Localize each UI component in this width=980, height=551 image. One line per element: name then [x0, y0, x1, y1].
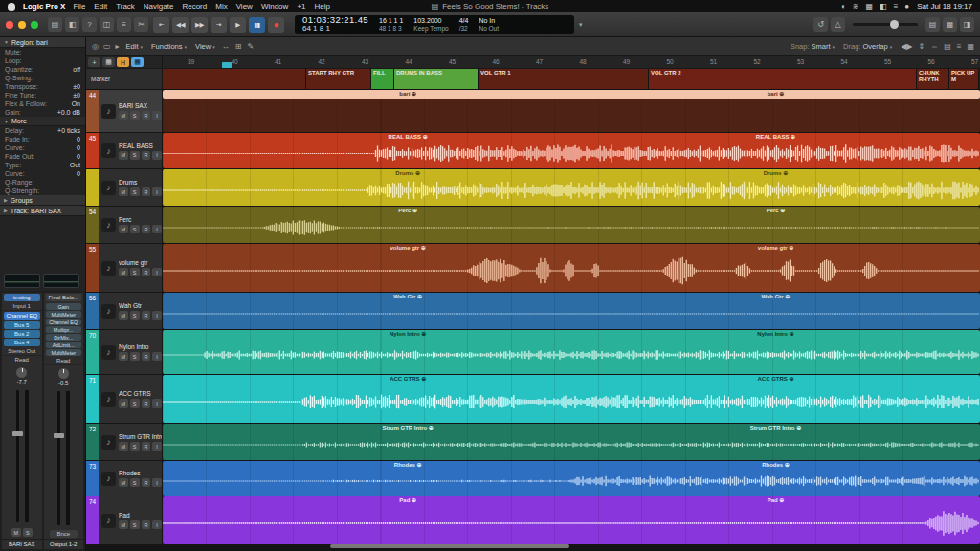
param-transpose[interactable]: Transpose:±0 — [0, 82, 85, 91]
plugin-slot[interactable]: Channel EQ — [46, 319, 82, 325]
marker-vol-gtr-2[interactable]: VOL GTR 2 — [649, 69, 917, 89]
param-delay[interactable]: Delay:+0 ticks — [0, 126, 85, 135]
input-slot[interactable]: Input 1 — [2, 302, 42, 311]
forward-button[interactable]: ▶▶ — [191, 17, 208, 33]
add-track-button[interactable]: + — [88, 57, 100, 67]
strip-mute-button[interactable]: M — [11, 528, 21, 537]
mute-button[interactable]: M — [119, 111, 128, 120]
solo-button[interactable]: S — [130, 311, 140, 320]
audio-region-perc[interactable]: Perc ⊕Perc ⊕ — [163, 207, 980, 243]
record-enable-button[interactable]: R — [142, 442, 151, 451]
audio-region-strum-gtr-intro[interactable]: Strum GTR Intro ⊕Strum GTR Intro ⊕ — [163, 424, 980, 460]
menu-edit[interactable]: Edit▾ — [126, 42, 143, 51]
marquee-icon[interactable]: ⊞ — [235, 42, 242, 51]
solo-button[interactable]: S — [130, 111, 140, 120]
menubar-clock[interactable]: Sat Jul 18 19:17 — [917, 2, 972, 11]
solo-button[interactable]: S — [130, 442, 140, 451]
status-icon[interactable]: ◧ — [880, 2, 887, 11]
param-fine-tune[interactable]: Fine Tune:±0 — [0, 91, 85, 99]
param-quantize[interactable]: Quantize:off — [0, 65, 85, 74]
solo-button[interactable]: S — [130, 187, 140, 196]
metronome-icon[interactable]: △ — [831, 17, 845, 32]
apple-loops-icon[interactable]: ▦ — [943, 17, 957, 32]
channel-setting-button[interactable]: testing — [4, 294, 40, 301]
horizontal-scrollbar[interactable] — [330, 544, 569, 548]
list-icon[interactable]: ≡ — [957, 42, 962, 51]
drag-menu[interactable]: Drag: Overlap ▾ — [843, 42, 892, 51]
plugin-slot[interactable]: MultiMeter — [46, 311, 82, 318]
lcd-locators[interactable]: 16 1 1 148 1 8 3 — [379, 16, 403, 33]
lcd-time[interactable]: 01:03:32:21.4564 1 8 1 — [302, 16, 368, 33]
plugin-slot[interactable]: AdLimit... — [46, 342, 82, 348]
lcd-display[interactable]: 01:03:32:21.4564 1 8 116 1 1 148 1 8 310… — [295, 15, 574, 34]
list-editors-icon[interactable]: ▤ — [925, 17, 940, 32]
menu-view[interactable]: View▾ — [195, 42, 215, 51]
fader-thumb[interactable] — [12, 431, 23, 436]
zoom-presets-icon[interactable]: ▤ — [944, 42, 951, 51]
notes-icon[interactable]: ▦ — [967, 42, 974, 51]
input-monitor-button[interactable]: I — [152, 268, 162, 276]
input-monitor-button[interactable]: I — [152, 442, 162, 451]
record-button[interactable]: ● — [268, 17, 284, 33]
pause-button[interactable]: ▮▮ — [249, 17, 265, 33]
plugin-slot[interactable]: Gain — [46, 303, 82, 310]
lcd-dropdown-icon[interactable]: ▾ — [579, 21, 583, 29]
param-curve[interactable]: Curve:0 — [0, 143, 85, 152]
cycle-icon[interactable]: ↺ — [813, 17, 828, 32]
solo-button[interactable]: S — [130, 478, 140, 487]
vertical-zoom-icon[interactable]: ⇕ — [919, 42, 925, 51]
audio-region-pad[interactable]: Pad ⊕Pad ⊕ — [163, 496, 980, 544]
track-header-perc[interactable]: 54♪PercMSRI — [86, 207, 163, 243]
marker-item[interactable] — [163, 69, 306, 89]
strip-solo-button[interactable]: S — [23, 528, 33, 537]
param-q-strength[interactable]: Q-Strength: — [0, 187, 85, 195]
apple-menu-icon[interactable] — [8, 3, 15, 11]
param-type[interactable]: Type:Out — [0, 161, 85, 169]
horizontal-zoom-icon[interactable]: ⇔ — [930, 42, 938, 51]
mixer-icon[interactable]: ≡ — [117, 17, 131, 32]
solo-button[interactable]: S — [130, 352, 140, 361]
track-header-acc-gtrs[interactable]: 71♪ACC GTRSMSRI — [86, 375, 163, 423]
pointer-tool-icon[interactable]: ◎ — [92, 42, 99, 51]
menu-window[interactable]: Window — [261, 2, 288, 11]
marker-track-header[interactable]: Marker — [86, 69, 163, 89]
go-to-end-button[interactable]: ⇥ — [211, 17, 227, 33]
pencil-icon[interactable]: ✎ — [247, 42, 254, 51]
catch-playhead-icon[interactable]: ▸ — [116, 42, 120, 51]
status-icon[interactable]: ≋ — [853, 2, 859, 11]
record-enable-button[interactable]: R — [142, 187, 151, 196]
editors-icon[interactable]: ✂ — [134, 17, 148, 32]
track-header-bari-sax[interactable]: 44♪BARI SAXMSRI — [86, 90, 163, 132]
record-enable-button[interactable]: R — [142, 478, 151, 487]
track-header-rhodes[interactable]: 73♪RhodesMSRI — [86, 461, 163, 496]
record-enable-button[interactable]: R — [142, 268, 151, 276]
mute-button[interactable]: M — [119, 187, 128, 196]
cycle-range-marker[interactable] — [222, 62, 232, 68]
audio-region-bari[interactable]: bari ⊕bari ⊕ — [163, 90, 980, 99]
track-grid-button[interactable]: ▦ — [131, 57, 144, 67]
record-enable-button[interactable]: R — [142, 111, 151, 120]
track-header-nylon-intro[interactable]: 70♪Nylon IntroMSRI — [86, 330, 163, 374]
record-enable-button[interactable]: R — [142, 352, 151, 361]
rewind-button[interactable]: ◀◀ — [172, 17, 189, 33]
menu-1[interactable]: +1 — [297, 2, 305, 11]
play-button[interactable]: ▶ — [230, 17, 246, 33]
menu-functions[interactable]: Functions▾ — [151, 42, 187, 51]
solo-button[interactable]: S — [130, 225, 140, 233]
input-monitor-button[interactable]: I — [152, 187, 162, 196]
menu-mix[interactable]: Mix — [215, 2, 227, 11]
pan-knob[interactable] — [16, 367, 27, 378]
track-header-wah-gtr[interactable]: 56♪Wah GtrMSRI — [86, 293, 163, 329]
lcd-tempo[interactable]: 103.2000Keep Tempo — [413, 16, 448, 33]
mute-button[interactable]: M — [119, 399, 128, 408]
close-window-icon[interactable] — [6, 21, 13, 29]
status-icon[interactable]: ● — [904, 2, 909, 11]
menu-view[interactable]: View — [236, 2, 253, 11]
marker-vol-gtr-1[interactable]: VOL GTR 1 — [479, 69, 649, 89]
plugin-slot[interactable]: Multipr... — [46, 326, 82, 333]
send-slot[interactable]: Bus 5 — [4, 321, 40, 329]
mute-button[interactable]: M — [119, 151, 128, 160]
plugin-slot[interactable]: MultiMeter — [46, 349, 82, 356]
master-volume-slider[interactable] — [853, 23, 918, 26]
menu-help[interactable]: Help — [314, 2, 329, 11]
